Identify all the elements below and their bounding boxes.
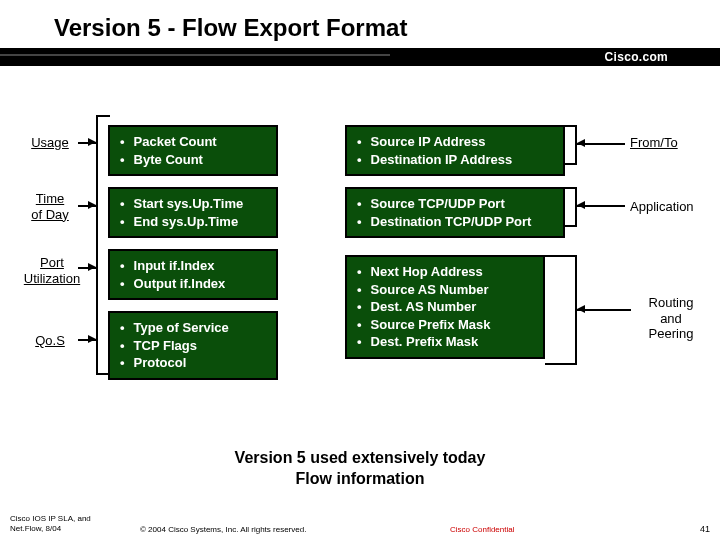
bracket-app-top xyxy=(565,187,577,189)
label-routing: Routing and Peering xyxy=(636,295,706,342)
label-fromto: From/To xyxy=(630,135,678,151)
box-routing: • Next Hop Address• Source AS Number• De… xyxy=(345,255,545,359)
brand-text: Cisco.com xyxy=(605,48,668,66)
label-time-l1: Time xyxy=(36,191,64,206)
arrow-port xyxy=(88,263,96,271)
brand-bar: Cisco.com xyxy=(0,48,720,66)
arrow-app xyxy=(577,201,585,209)
bracket-left-main-bot xyxy=(96,373,110,375)
footer-confidential: Cisco Confidential xyxy=(450,525,514,534)
label-routing-l1: Routing xyxy=(649,295,694,310)
box-tcp-udp-port: • Source TCP/UDP Port• Destination TCP/U… xyxy=(345,187,565,238)
label-application: Application xyxy=(630,199,694,215)
arrow-usage xyxy=(88,138,96,146)
box-ifindex: • Input if.Index• Output if.Index xyxy=(108,249,278,300)
bracket-routing-top xyxy=(545,255,577,257)
footer-page: 41 xyxy=(700,524,710,534)
arrow-time xyxy=(88,201,96,209)
label-routing-l2: and xyxy=(660,311,682,326)
arrow-routing xyxy=(577,305,585,313)
bracket-left-main-top xyxy=(96,115,110,117)
slide-title: Version 5 - Flow Export Format xyxy=(54,14,720,42)
footer-product-l2: Net.Flow, 8/04 xyxy=(10,524,61,533)
label-port-util: Port Utilization xyxy=(12,255,92,286)
arrow-qos xyxy=(88,335,96,343)
label-time: Time of Day xyxy=(20,191,80,222)
box-ip-addr: • Source IP Address• Destination IP Addr… xyxy=(345,125,565,176)
connector-routing xyxy=(577,309,631,311)
bracket-left-main-v xyxy=(96,115,98,375)
bracket-app-bot xyxy=(565,225,577,227)
arrow-fromto xyxy=(577,139,585,147)
footer-copyright: © 2004 Cisco Systems, Inc. All rights re… xyxy=(140,525,306,534)
box-qos: • Type of Service• TCP Flags• Protocol xyxy=(108,311,278,380)
label-time-l2: of Day xyxy=(31,207,69,222)
footer-product: Cisco IOS IP SLA, and Net.Flow, 8/04 xyxy=(10,514,91,534)
bracket-fromto-top xyxy=(565,125,577,127)
caption-line-1: Version 5 used extensively today xyxy=(235,449,486,466)
diagram-area: • Packet Count• Byte Count • Start sys.U… xyxy=(0,95,720,445)
label-usage: Usage xyxy=(20,135,80,151)
box-sysuptime: • Start sys.Up.Time• End sys.Up.Time xyxy=(108,187,278,238)
box-packet-byte: • Packet Count• Byte Count xyxy=(108,125,278,176)
label-port-l2: Utilization xyxy=(24,271,80,286)
label-routing-l3: Peering xyxy=(649,326,694,341)
label-port-l1: Port xyxy=(40,255,64,270)
label-qos: Qo.S xyxy=(20,333,80,349)
bracket-fromto-bot xyxy=(565,163,577,165)
caption-line-2: Flow information xyxy=(296,470,425,487)
footer-product-l1: Cisco IOS IP SLA, and xyxy=(10,514,91,523)
slide-caption: Version 5 used extensively today Flow in… xyxy=(0,448,720,490)
bracket-routing-bot xyxy=(545,363,577,365)
